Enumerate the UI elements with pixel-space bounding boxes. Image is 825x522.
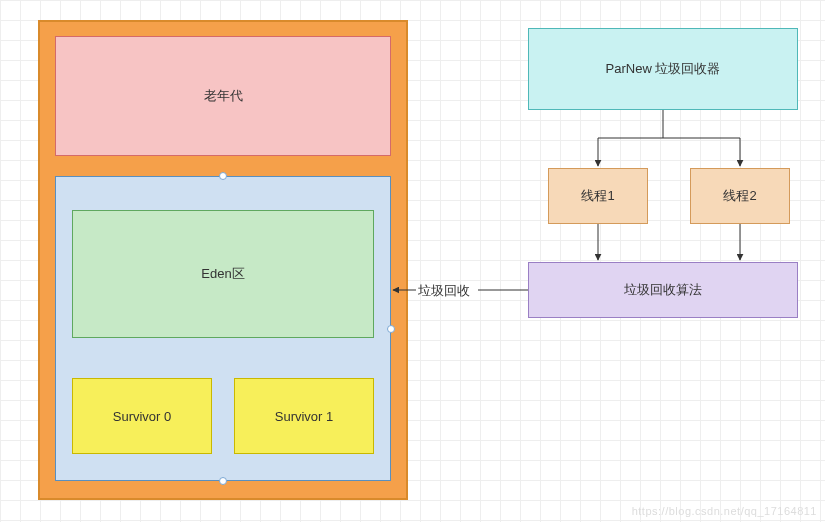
selection-handle-icon <box>219 477 227 485</box>
thread1-box: 线程1 <box>548 168 648 224</box>
edge-label-gc: 垃圾回收 <box>418 282 470 300</box>
thread2-box: 线程2 <box>690 168 790 224</box>
selection-handle-icon <box>387 325 395 333</box>
eden-label: Eden区 <box>201 265 244 283</box>
gc-algorithm-label: 垃圾回收算法 <box>624 281 702 299</box>
thread1-label: 线程1 <box>581 187 614 205</box>
survivor1-label: Survivor 1 <box>275 409 334 424</box>
survivor0-label: Survivor 0 <box>113 409 172 424</box>
thread2-label: 线程2 <box>723 187 756 205</box>
survivor1-box: Survivor 1 <box>234 378 374 454</box>
watermark-text: https://blog.csdn.net/qq_17164811 <box>632 505 817 517</box>
old-generation-box: 老年代 <box>55 36 391 156</box>
parnew-collector-label: ParNew 垃圾回收器 <box>606 60 721 78</box>
old-generation-label: 老年代 <box>204 87 243 105</box>
survivor0-box: Survivor 0 <box>72 378 212 454</box>
eden-box: Eden区 <box>72 210 374 338</box>
selection-handle-icon <box>219 172 227 180</box>
parnew-collector-box: ParNew 垃圾回收器 <box>528 28 798 110</box>
gc-algorithm-box: 垃圾回收算法 <box>528 262 798 318</box>
